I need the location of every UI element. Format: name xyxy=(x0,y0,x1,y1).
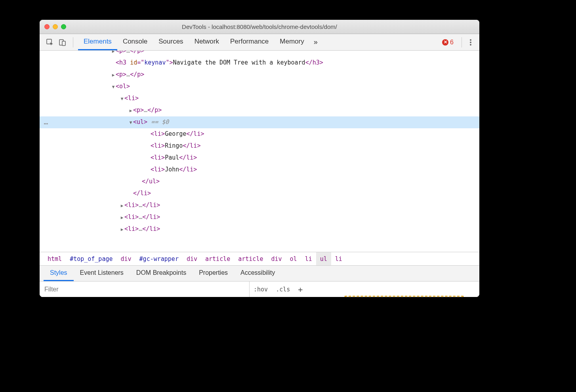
new-style-rule-button[interactable]: + xyxy=(294,285,307,294)
breadcrumb-item[interactable]: #top_of_page xyxy=(66,252,116,265)
inspect-element-icon[interactable] xyxy=(44,37,55,48)
toolbar-separator xyxy=(73,37,73,48)
dom-tree-line[interactable]: ▼<li> xyxy=(40,93,479,105)
dom-tree-line[interactable]: ▶<p>…</p> xyxy=(40,105,479,116)
panel-tabs: Elements Console Sources Network Perform… xyxy=(78,34,437,50)
dom-tree-pane[interactable]: ▶<p>…</p> <h3 id="keynav">Navigate the D… xyxy=(40,51,479,252)
breadcrumb-item[interactable]: #gc-wrapper xyxy=(135,252,183,265)
subtab-accessibility[interactable]: Accessibility xyxy=(234,266,281,281)
styles-filter-bar: :hov .cls + xyxy=(40,281,479,297)
dom-tree-line[interactable]: ▼<ol> xyxy=(40,81,479,93)
expand-arrow-icon[interactable]: ▼ xyxy=(120,93,124,105)
dom-breadcrumb: html#top_of_pagediv#gc-wrapperdivarticle… xyxy=(40,252,479,265)
dom-tree-line[interactable]: </ul> xyxy=(40,176,479,188)
toolbar-separator xyxy=(462,37,462,48)
subtab-event-listeners[interactable]: Event Listeners xyxy=(74,266,130,281)
expand-arrow-icon[interactable]: ▶ xyxy=(120,200,124,211)
expand-arrow-icon[interactable] xyxy=(146,129,151,140)
breadcrumb-item[interactable]: ol xyxy=(286,252,301,265)
toggle-cls-button[interactable]: .cls xyxy=(272,286,294,293)
tab-sources[interactable]: Sources xyxy=(153,34,189,50)
devtools-window: DevTools - localhost:8080/web/tools/chro… xyxy=(40,20,479,297)
breadcrumb-item[interactable]: html xyxy=(44,252,66,265)
subtab-properties[interactable]: Properties xyxy=(193,266,234,281)
expand-arrow-icon[interactable] xyxy=(146,141,151,152)
tab-memory[interactable]: Memory xyxy=(274,34,309,50)
tab-elements[interactable]: Elements xyxy=(78,34,117,50)
window-title: DevTools - localhost:8080/web/tools/chro… xyxy=(40,23,479,30)
main-toolbar: Elements Console Sources Network Perform… xyxy=(40,34,479,51)
dom-tree-line[interactable]: …▼<ul> == $0 xyxy=(40,116,479,128)
dom-tree-line[interactable]: <li>Paul</li> xyxy=(40,152,479,164)
breadcrumb-item[interactable]: li xyxy=(301,252,316,265)
styles-filter-input[interactable] xyxy=(40,282,250,297)
expand-arrow-icon[interactable] xyxy=(111,58,116,69)
breadcrumb-item[interactable]: div xyxy=(183,252,201,265)
expand-arrow-icon[interactable]: ▶ xyxy=(120,212,124,223)
traffic-lights xyxy=(44,24,66,29)
breadcrumb-item[interactable]: ul xyxy=(316,252,331,265)
window-titlebar: DevTools - localhost:8080/web/tools/chro… xyxy=(40,20,479,34)
zoom-window-button[interactable] xyxy=(61,24,66,29)
dom-tree-line[interactable]: <h3 id="keynav">Navigate the DOM Tree wi… xyxy=(40,57,479,69)
gutter-ellipsis-icon[interactable]: … xyxy=(40,116,51,127)
error-counter[interactable]: ✕ 6 xyxy=(439,39,457,46)
dom-tree-line[interactable]: <li>Ringo</li> xyxy=(40,140,479,152)
breadcrumb-item[interactable]: div xyxy=(267,252,286,265)
expand-arrow-icon[interactable] xyxy=(146,165,151,176)
expand-arrow-icon[interactable]: ▼ xyxy=(128,117,133,128)
more-tabs-button[interactable]: » xyxy=(310,38,322,46)
dom-tree-line[interactable]: ▶<p>…</p> xyxy=(40,69,479,81)
error-icon: ✕ xyxy=(442,39,448,46)
close-window-button[interactable] xyxy=(44,24,50,29)
expand-arrow-icon[interactable]: ▼ xyxy=(111,82,116,93)
expand-arrow-icon[interactable] xyxy=(146,153,151,164)
expand-arrow-icon[interactable]: ▶ xyxy=(111,51,116,57)
settings-menu-button[interactable] xyxy=(467,38,475,46)
expand-arrow-icon[interactable]: ▶ xyxy=(128,105,133,116)
error-count: 6 xyxy=(450,39,454,46)
dom-tree-line[interactable]: ▶<p>…</p> xyxy=(40,51,479,57)
subtab-styles[interactable]: Styles xyxy=(44,266,74,281)
breadcrumb-item[interactable]: article xyxy=(234,252,267,265)
expand-arrow-icon[interactable] xyxy=(137,177,142,188)
tab-performance[interactable]: Performance xyxy=(225,34,274,50)
margin-highlight-indicator xyxy=(345,296,463,297)
dom-tree-line[interactable]: <li>John</li> xyxy=(40,164,479,176)
subtab-dom-breakpoints[interactable]: DOM Breakpoints xyxy=(130,266,193,281)
dom-tree-line[interactable]: </li> xyxy=(40,188,479,200)
expand-arrow-icon[interactable] xyxy=(128,188,133,200)
breadcrumb-item[interactable]: li xyxy=(331,252,346,265)
tab-console[interactable]: Console xyxy=(117,34,153,50)
minimize-window-button[interactable] xyxy=(53,24,58,29)
svg-rect-2 xyxy=(62,41,65,46)
toggle-hov-button[interactable]: :hov xyxy=(250,286,272,293)
device-toolbar-icon[interactable] xyxy=(57,37,68,48)
dom-tree-line[interactable]: ▶<li>…</li> xyxy=(40,223,479,235)
expand-arrow-icon[interactable]: ▶ xyxy=(120,224,124,235)
tab-network[interactable]: Network xyxy=(189,34,225,50)
dom-tree-line[interactable]: ▶<li>…</li> xyxy=(40,211,479,223)
breadcrumb-item[interactable]: article xyxy=(201,252,234,265)
breadcrumb-item[interactable]: div xyxy=(117,252,135,265)
styles-pane-tabs: Styles Event Listeners DOM Breakpoints P… xyxy=(40,265,479,281)
expand-arrow-icon[interactable]: ▶ xyxy=(111,70,116,81)
dom-tree-line[interactable]: <li>George</li> xyxy=(40,128,479,140)
dom-tree-line[interactable]: ▶<li>…</li> xyxy=(40,200,479,211)
